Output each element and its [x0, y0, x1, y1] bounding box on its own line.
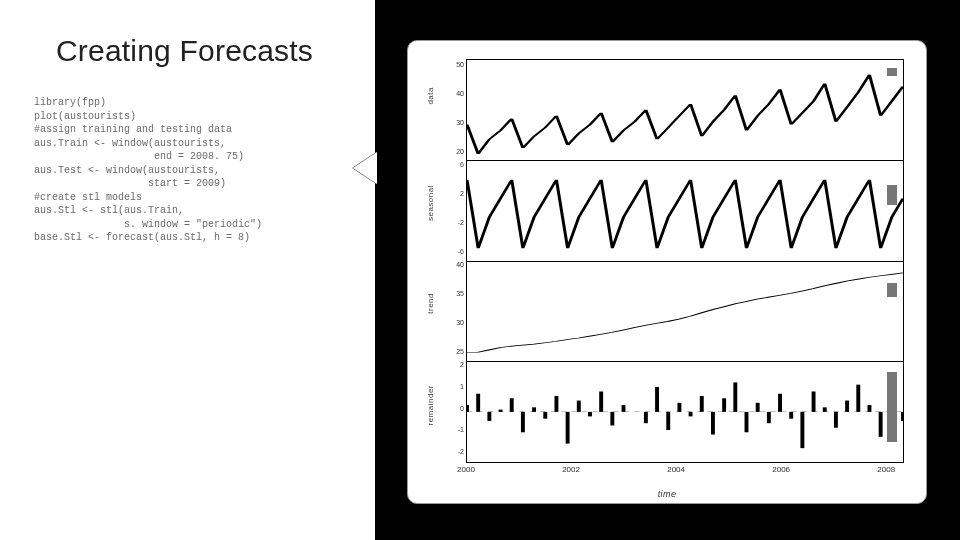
slide-title: Creating Forecasts [0, 28, 375, 96]
panel-data [466, 59, 904, 160]
ylabel-data: data [426, 87, 435, 105]
panel-trend [466, 261, 904, 362]
panel-remainder [466, 361, 904, 463]
right-pane: data seasonal trend remainder 50403020 6… [375, 0, 960, 540]
stl-decomposition-chart: data seasonal trend remainder 50403020 6… [407, 40, 927, 504]
chart-panels [466, 59, 904, 463]
callout-pointer-fill [355, 154, 377, 182]
left-pane: Creating Forecasts library(fpp) plot(aus… [0, 0, 375, 540]
yticks-remainder: 210-1-2 [440, 361, 464, 455]
ylabel-trend: trend [426, 293, 435, 314]
x-axis: 20002002200420062008 [466, 465, 904, 485]
ylabel-seasonal: seasonal [426, 185, 435, 221]
range-bar [887, 283, 897, 297]
ylabel-remainder: remainder [426, 385, 435, 426]
panel-seasonal [466, 160, 904, 261]
yticks-trend: 40353025 [440, 261, 464, 355]
code-block: library(fpp) plot(austourists) #assign t… [0, 96, 375, 245]
range-bar [887, 185, 897, 205]
yticks-data: 50403020 [440, 61, 464, 155]
range-bar [887, 372, 897, 442]
x-axis-label: time [408, 489, 926, 499]
range-bar [887, 68, 897, 76]
yticks-seasonal: 62-2-6 [440, 161, 464, 255]
